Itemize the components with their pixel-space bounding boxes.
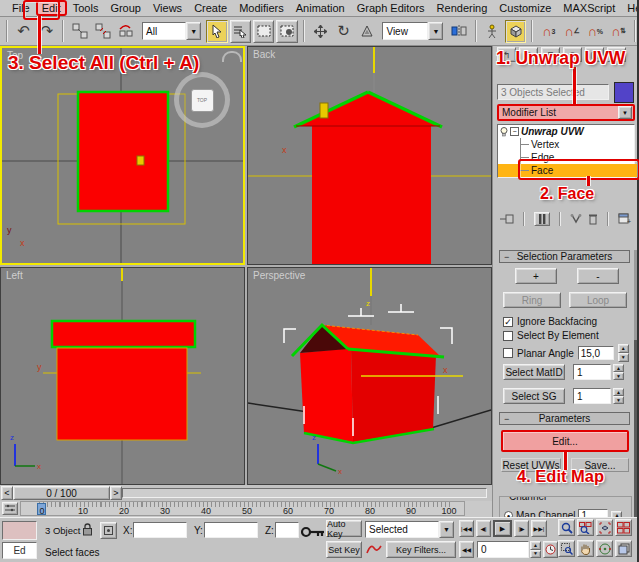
arc-rotate-button[interactable]: [596, 540, 613, 557]
select-and-manipulate-icon[interactable]: [482, 20, 503, 43]
viewcube[interactable]: TOP: [174, 72, 230, 128]
time-configuration-button[interactable]: [543, 541, 558, 558]
menu-views[interactable]: Views: [147, 1, 188, 15]
menu-modifiers[interactable]: Modifiers: [233, 1, 290, 15]
shrink-selection-button[interactable]: -: [577, 268, 619, 284]
planar-angle-checkbox[interactable]: [503, 348, 513, 358]
percent-snap-icon[interactable]: ∩%: [585, 20, 606, 43]
select-by-element-checkbox[interactable]: [503, 331, 513, 341]
x-coord-field[interactable]: [133, 522, 187, 538]
viewport-back[interactable]: Back x: [247, 46, 492, 265]
chevron-down-icon[interactable]: ▼: [439, 521, 454, 538]
parameters-rollout-header[interactable]: − Parameters: [499, 412, 630, 425]
selection-lock-icon[interactable]: [82, 523, 93, 536]
chevron-down-icon[interactable]: ▼: [618, 106, 632, 119]
menu-group[interactable]: Group: [104, 1, 147, 15]
time-slider-handle[interactable]: 0 / 100: [13, 486, 110, 500]
spinner-down-icon[interactable]: ▼: [613, 372, 624, 380]
maxscript-mini-listener[interactable]: [2, 521, 37, 540]
undo-icon[interactable]: ↶: [13, 20, 34, 43]
select-matid-button[interactable]: Select MatID: [503, 364, 565, 380]
ring-button[interactable]: Ring: [503, 292, 561, 308]
menu-graph-editors[interactable]: Graph Editors: [351, 1, 431, 15]
menu-customize[interactable]: Customize: [493, 1, 557, 15]
viewcube-face[interactable]: TOP: [191, 89, 214, 112]
viewport-top[interactable]: Top x y TOP: [0, 46, 245, 265]
sg-spinner[interactable]: ▲▼: [613, 388, 624, 404]
open-mini-curve-editor-button[interactable]: [2, 502, 18, 515]
stack-row-vertex[interactable]: Vertex: [498, 138, 634, 151]
modifier-list-dropdown[interactable]: Modifier List ▼: [497, 104, 635, 121]
rotate-view-arrow-icon[interactable]: [222, 51, 242, 62]
snaps-toggle-button[interactable]: [505, 20, 526, 43]
ignore-backfacing-checkbox[interactable]: ✓: [503, 317, 513, 327]
remove-modifier-icon[interactable]: [588, 213, 598, 225]
new-key-default-in-out-tangents-icon[interactable]: [366, 543, 382, 555]
absolute-mode-toggle-button[interactable]: [100, 522, 117, 539]
zoom-extents-all-button[interactable]: [615, 519, 632, 536]
chevron-down-icon[interactable]: ▼: [186, 22, 201, 40]
viewport-back-label[interactable]: Back: [253, 49, 275, 60]
configure-modifier-sets-icon[interactable]: +: [618, 213, 632, 225]
matid-spinner[interactable]: ▲▼: [613, 364, 624, 380]
key-filters-button[interactable]: Key Filters...: [386, 541, 456, 558]
spinner-up-icon[interactable]: ▲: [530, 541, 541, 550]
chevron-down-icon[interactable]: ▼: [428, 22, 443, 40]
collapse-box-icon[interactable]: −: [510, 127, 519, 136]
zoom-button[interactable]: [558, 519, 575, 536]
current-frame-field[interactable]: 0: [477, 541, 529, 558]
play-button[interactable]: ▶: [493, 520, 512, 537]
menu-rendering[interactable]: Rendering: [431, 1, 494, 15]
window-crossing-toggle-button[interactable]: [276, 20, 297, 43]
spinner-up-icon[interactable]: ▲: [613, 364, 624, 372]
object-color-swatch[interactable]: [614, 82, 634, 103]
stack-row-unwrap-uvw[interactable]: − Unwrap UVW: [498, 125, 634, 138]
make-unique-icon[interactable]: [570, 214, 582, 225]
prev-frame-arrow-button[interactable]: <: [1, 486, 13, 500]
bulb-icon[interactable]: [500, 127, 508, 137]
loop-button[interactable]: Loop: [569, 292, 627, 308]
planar-angle-field[interactable]: 15,0: [578, 346, 614, 360]
viewport-perspective[interactable]: Perspective x z z: [247, 267, 492, 485]
select-by-name-button[interactable]: [230, 20, 251, 43]
zoom-all-button[interactable]: [577, 519, 594, 536]
select-and-move-icon[interactable]: [310, 20, 331, 43]
key-mode-toggle-button[interactable]: ◀◀: [459, 541, 474, 558]
next-frame-button[interactable]: |▶: [514, 520, 529, 537]
select-and-link-icon[interactable]: [69, 20, 90, 43]
menu-animation[interactable]: Animation: [290, 1, 351, 15]
maximize-viewport-toggle-button[interactable]: [615, 540, 632, 557]
set-key-button[interactable]: Set Key: [326, 541, 362, 558]
spinner-down-icon[interactable]: ▼: [618, 353, 629, 362]
grow-selection-button[interactable]: +: [515, 268, 557, 284]
selection-filter-dropdown[interactable]: All ▼: [142, 22, 201, 40]
frame-spinner[interactable]: ▲▼: [530, 541, 541, 558]
menu-maxscript[interactable]: MAXScript: [557, 1, 621, 15]
planar-angle-spinner[interactable]: ▲▼: [618, 344, 629, 362]
spinner-down-icon[interactable]: ▼: [613, 396, 624, 404]
spinner-snap-icon[interactable]: ∩⇅: [608, 20, 629, 43]
select-and-scale-icon[interactable]: [356, 20, 377, 43]
zoom-extents-button[interactable]: [596, 519, 613, 536]
viewport-left-label[interactable]: Left: [6, 270, 23, 281]
spinner-up-icon[interactable]: ▲: [618, 344, 629, 353]
y-coord-field[interactable]: [204, 522, 258, 538]
region-zoom-button[interactable]: [558, 540, 575, 557]
time-slider-track[interactable]: [122, 488, 487, 498]
select-sg-button[interactable]: Select SG: [503, 388, 565, 404]
menu-tools[interactable]: Tools: [67, 1, 105, 15]
snap-3d-icon[interactable]: ∩3: [538, 20, 559, 43]
rectangular-selection-region-button[interactable]: [253, 20, 274, 43]
matid-field[interactable]: 1: [573, 364, 611, 380]
select-object-button[interactable]: [206, 20, 227, 43]
previous-frame-button[interactable]: ◀|: [476, 520, 491, 537]
maxscript-listener-line[interactable]: Ed: [2, 542, 37, 559]
go-to-start-button[interactable]: |◀◀: [459, 520, 474, 537]
sg-field[interactable]: 1: [573, 388, 611, 404]
viewport-perspective-label[interactable]: Perspective: [253, 270, 305, 281]
viewport-left[interactable]: Left y z x: [0, 267, 245, 485]
set-keys-key-icon[interactable]: [301, 524, 325, 540]
next-frame-arrow-button[interactable]: >: [110, 486, 122, 500]
menu-create[interactable]: Create: [188, 1, 233, 15]
show-end-result-button[interactable]: [534, 212, 550, 226]
